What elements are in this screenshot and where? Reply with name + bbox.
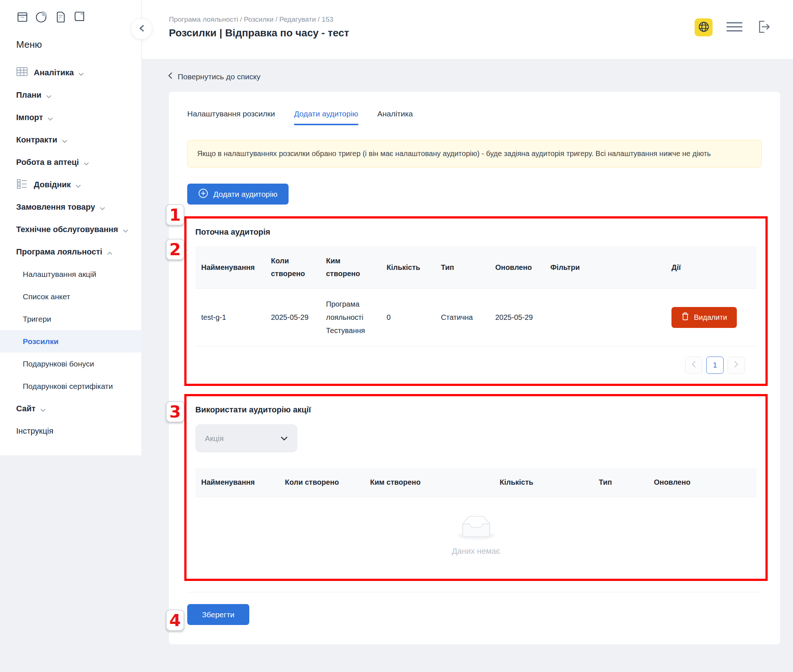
cell-created-at: 2025-05-29: [265, 289, 320, 346]
cell-actions: Видалити: [666, 289, 757, 346]
chevron-down-icon: [78, 69, 84, 78]
pagination: 1: [195, 346, 757, 384]
sidebar-item-label: Аналітика: [34, 68, 74, 77]
page-title: Розсилки | Відправка по часу - тест: [169, 27, 349, 39]
topbar-actions: [695, 18, 772, 36]
sidebar-item-instruction[interactable]: Інструкція: [16, 420, 141, 442]
annotation-1: 1: [166, 204, 184, 226]
save-button[interactable]: Зберегти: [187, 604, 249, 625]
loyalty-submenu: Налаштування акцій Список анкет Тригери …: [16, 263, 141, 397]
sidebar-item-label: Сайт: [16, 404, 35, 413]
sidebar-item-loyalty-program[interactable]: Програма лояльності: [16, 240, 141, 263]
subitem-label: Налаштування акцій: [23, 270, 96, 279]
archive-icon[interactable]: [16, 11, 29, 23]
cell-count: 0: [381, 289, 435, 346]
pagination-prev-button[interactable]: [685, 357, 702, 374]
chevron-left-icon: [691, 361, 696, 370]
delete-label: Видалити: [694, 313, 727, 322]
sidebar-subitem-mailings[interactable]: Розсилки: [0, 330, 142, 352]
col-count: Кількість: [494, 468, 593, 497]
subitem-label: Список анкет: [23, 292, 70, 301]
subitem-label: Подарункові сертифікати: [23, 382, 113, 391]
sidebar-subitem-questionnaires[interactable]: Список анкет: [0, 285, 142, 308]
table-header-row: Найменування Коли створено Ким створено …: [195, 468, 757, 497]
sidebar: Меню Аналітика Плани Імпорт Контракти Ро…: [0, 0, 142, 455]
sidebar-subitem-triggers[interactable]: Тригери: [0, 308, 142, 330]
book-icon[interactable]: [73, 11, 86, 23]
sidebar-item-analytics[interactable]: Аналітика: [16, 61, 141, 84]
sidebar-item-maintenance[interactable]: Технічне обслуговування: [16, 218, 141, 240]
sidebar-item-site[interactable]: Сайт: [16, 397, 141, 420]
col-created-by: Ким створено: [320, 246, 381, 289]
col-created-at: Коли створено: [265, 246, 320, 289]
promo-select-placeholder: Акція: [205, 434, 224, 443]
globe-icon: [698, 21, 710, 34]
back-link-label: Повернутись до списку: [178, 72, 261, 81]
save-label: Зберегти: [202, 610, 235, 619]
sidebar-item-label: Програма лояльності: [16, 247, 102, 257]
current-audience-title: Поточна аудиторія: [195, 227, 757, 237]
hamburger-icon: [726, 21, 743, 34]
sidebar-item-label: Контракти: [16, 135, 57, 145]
save-row: Зберегти: [187, 604, 762, 625]
sidebar-item-label: Замовлення товару: [16, 202, 95, 212]
promo-audience-table: Найменування Коли створено Ким створено …: [195, 468, 757, 497]
sidebar-subitem-gift-certificates[interactable]: Подарункові сертифікати: [0, 375, 142, 397]
sidebar-app-icons: [16, 10, 141, 24]
sidebar-collapse-button[interactable]: [131, 18, 152, 40]
delete-button[interactable]: Видалити: [671, 307, 737, 328]
sidebar-item-label: Імпорт: [16, 113, 43, 122]
breadcrumb: Програма лояльності / Розсилки / Редагув…: [169, 15, 333, 24]
col-type: Тип: [435, 246, 489, 289]
sidebar-item-goods-order[interactable]: Замовлення товару: [16, 196, 141, 218]
add-audience-label: Додати аудиторію: [213, 190, 278, 198]
sidebar-item-directory[interactable]: Довідник: [16, 173, 141, 196]
sidebar-item-import[interactable]: Імпорт: [16, 106, 141, 128]
sidebar-subitem-promo-settings[interactable]: Налаштування акцій: [0, 263, 142, 285]
back-to-list-link[interactable]: Повернутись до списку: [168, 72, 261, 81]
hamburger-menu-button[interactable]: [726, 21, 743, 34]
col-name: Найменування: [195, 246, 265, 289]
tab-add-audience[interactable]: Додати аудиторію: [294, 109, 358, 125]
trash-icon: [681, 312, 689, 322]
logout-button[interactable]: [756, 19, 772, 36]
col-created-at: Коли створено: [279, 468, 364, 497]
tab-mailing-settings[interactable]: Налаштування розсилки: [187, 109, 275, 125]
table-row: test-g-1 2025-05-29 Програма лояльності …: [195, 289, 757, 346]
sidebar-item-plans[interactable]: Плани: [16, 84, 141, 106]
chevron-down-icon: [123, 226, 128, 235]
cell-created-by: Програма лояльності Тестування: [320, 289, 381, 346]
sidebar-footer-menu: Сайт Інструкція: [16, 397, 141, 442]
tabs: Налаштування розсилки Додати аудиторію А…: [187, 92, 762, 125]
col-count: Кількість: [381, 246, 435, 289]
language-button[interactable]: [695, 18, 713, 36]
chevron-down-icon: [83, 158, 89, 168]
plus-circle-icon: [198, 188, 208, 200]
sidebar-item-label: Технічне обслуговування: [16, 225, 118, 234]
col-name: Найменування: [195, 468, 279, 497]
empty-state: Даних немає: [195, 497, 757, 579]
pagination-page-1[interactable]: 1: [707, 357, 724, 374]
sidebar-item-pharmacy-work[interactable]: Робота в аптеці: [16, 151, 141, 173]
tab-analytics[interactable]: Аналітика: [377, 109, 413, 125]
sidebar-item-contracts[interactable]: Контракти: [16, 128, 141, 151]
pagination-next-button[interactable]: [727, 357, 745, 374]
sidebar-item-label: Довідник: [34, 180, 71, 189]
add-audience-button[interactable]: Додати аудиторію: [187, 184, 289, 205]
annotation-3: 3: [166, 401, 184, 422]
sidebar-subitem-gift-bonuses[interactable]: Подарункові бонуси: [0, 352, 142, 375]
subitem-label: Тригери: [23, 315, 51, 323]
chevron-down-icon: [40, 405, 46, 414]
promo-select[interactable]: Акція: [195, 424, 297, 453]
chevron-left-icon: [168, 72, 173, 81]
chevron-down-icon: [280, 434, 288, 443]
divider: [187, 592, 762, 592]
cell-type: Статична: [435, 289, 489, 346]
pie-chart-icon[interactable]: [35, 10, 48, 24]
promo-audience-section: Використати аудиторію акції Акція Наймен…: [184, 394, 767, 581]
col-updated: Оновлено: [489, 246, 544, 289]
mailing-edit-card: Налаштування розсилки Додати аудиторію А…: [169, 92, 780, 645]
col-actions: Дії: [666, 246, 757, 289]
chevron-down-icon: [75, 181, 81, 190]
document-icon[interactable]: [54, 11, 67, 23]
